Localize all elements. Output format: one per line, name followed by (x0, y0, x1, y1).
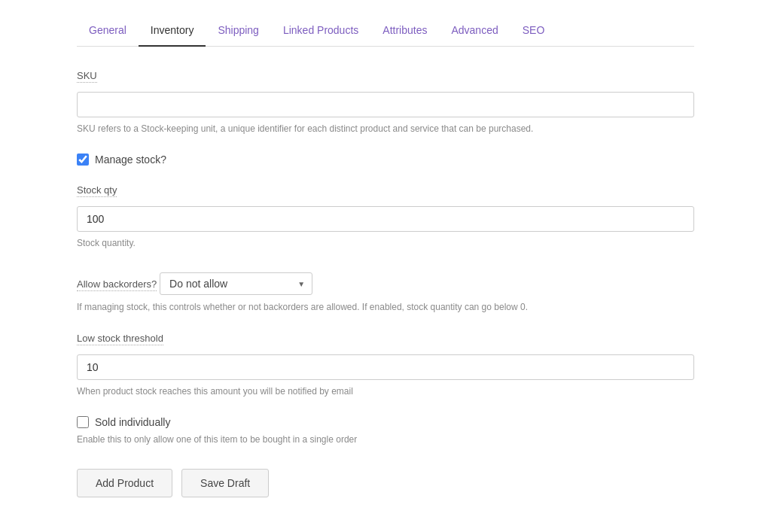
low-stock-hint: When product stock reaches this amount y… (77, 385, 694, 398)
stock-qty-hint: Stock quantity. (77, 236, 694, 250)
sold-individually-label[interactable]: Sold individually (95, 416, 170, 428)
tabs-container: General Inventory Shipping Linked Produc… (77, 15, 694, 47)
low-stock-input[interactable] (77, 354, 694, 380)
buttons-row: Add Product Save Draft (77, 469, 694, 497)
stock-qty-section: Stock qty Stock quantity. (77, 184, 694, 250)
backorders-select[interactable]: Do not allow Allow Allow, but notify cus… (160, 272, 312, 295)
backorders-hint: If managing stock, this controls whether… (77, 300, 694, 314)
sku-label: SKU (77, 70, 97, 83)
tab-general[interactable]: General (77, 15, 139, 47)
manage-stock-label[interactable]: Manage stock? (95, 154, 166, 166)
stock-qty-input[interactable] (77, 206, 694, 232)
stock-qty-label: Stock qty (77, 184, 117, 197)
page-container: General Inventory Shipping Linked Produc… (47, 0, 724, 512)
low-stock-label: Low stock threshold (77, 333, 163, 345)
sku-section: SKU SKU refers to a Stock-keeping unit, … (77, 69, 694, 135)
tab-linked-products[interactable]: Linked Products (271, 15, 370, 47)
tab-attributes[interactable]: Attributes (370, 15, 439, 47)
sku-input[interactable] (77, 92, 694, 117)
manage-stock-section: Manage stock? (77, 154, 694, 166)
tab-shipping[interactable]: Shipping (206, 15, 271, 47)
low-stock-section: Low stock threshold When product stock r… (77, 332, 694, 398)
sku-hint: SKU refers to a Stock-keeping unit, a un… (77, 122, 694, 135)
add-product-button[interactable]: Add Product (77, 469, 172, 497)
sold-individually-hint: Enable this to only allow one of this it… (77, 433, 694, 446)
backorders-select-wrapper: Do not allow Allow Allow, but notify cus… (160, 272, 312, 295)
manage-stock-checkbox[interactable] (77, 154, 89, 166)
sold-individually-checkbox[interactable] (77, 416, 89, 428)
tab-advanced[interactable]: Advanced (439, 15, 510, 47)
sold-individually-section: Sold individually Enable this to only al… (77, 416, 694, 446)
save-draft-button[interactable]: Save Draft (181, 469, 269, 497)
tab-inventory[interactable]: Inventory (139, 15, 206, 47)
backorders-section: Allow backorders? Do not allow Allow All… (77, 268, 694, 314)
backorders-label: Allow backorders? (77, 278, 157, 291)
tab-seo[interactable]: SEO (510, 15, 557, 47)
